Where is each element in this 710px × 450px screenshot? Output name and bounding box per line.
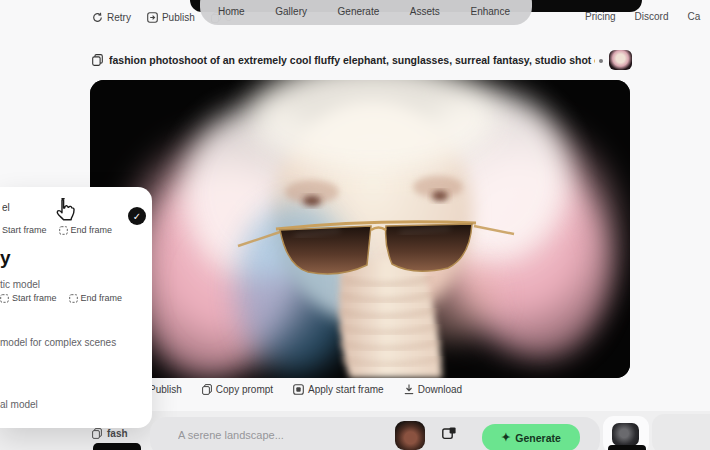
copy-icon[interactable] <box>92 54 103 66</box>
sparkle-icon: ✦ <box>501 431 510 444</box>
frame-icon <box>0 294 9 303</box>
prompt-input-bar: ✦ Generate <box>150 417 600 450</box>
bullet-dot <box>599 59 603 63</box>
frame-icon <box>59 226 68 235</box>
copy-prompt-button[interactable]: Copy prompt <box>202 384 273 395</box>
model-option-2-title[interactable]: y <box>0 247 11 269</box>
link-discord[interactable]: Discord <box>635 11 669 22</box>
top-right-links: Pricing Discord Ca <box>585 11 700 22</box>
right-media-card-top <box>608 445 646 450</box>
publish-icon <box>147 12 158 23</box>
next-media-card-top <box>93 443 141 450</box>
media-thumbnail[interactable] <box>612 423 639 446</box>
nav-generate[interactable]: Generate <box>338 6 380 17</box>
prompt-text: fashion photoshoot of an extremely cool … <box>109 54 595 66</box>
model-option-2-subtitle: tic model <box>0 279 40 290</box>
generate-button[interactable]: ✦ Generate <box>482 424 580 450</box>
end-frame-chip[interactable]: End frame <box>69 293 123 303</box>
copy-icon <box>202 384 212 395</box>
elephant-image <box>90 80 630 378</box>
publish-button[interactable]: Publish <box>147 12 195 23</box>
model-option-2-frames: Start frame End frame <box>0 293 122 303</box>
apply-start-frame-button[interactable]: Apply start frame <box>293 384 384 395</box>
prompt-row: fashion photoshoot of an extremely cool … <box>92 50 642 70</box>
selected-check-icon: ✓ <box>128 207 146 225</box>
media-actions-row: Publish Copy prompt Apply start frame Do… <box>134 384 462 395</box>
nav-home[interactable]: Home <box>218 6 245 17</box>
nav-enhance[interactable]: Enhance <box>470 6 509 17</box>
frames-icon[interactable] <box>442 427 456 440</box>
nav-gallery[interactable]: Gallery <box>275 6 307 17</box>
prompt-input[interactable] <box>178 425 378 445</box>
generated-video-frame[interactable] <box>90 80 630 378</box>
model-option-4-subtitle[interactable]: al model <box>0 399 38 410</box>
download-icon <box>404 384 414 395</box>
frame-icon <box>69 294 78 303</box>
end-frame-chip[interactable]: End frame <box>59 225 113 235</box>
copy-icon <box>92 428 102 439</box>
nav-assets[interactable]: Assets <box>410 6 440 17</box>
apply-frame-icon <box>293 384 304 395</box>
link-careers[interactable]: Ca <box>687 11 700 22</box>
model-option-1-label[interactable]: el <box>2 202 10 213</box>
retry-button[interactable]: Retry <box>92 12 131 23</box>
model-option-1-frames: Start frame End frame <box>2 225 112 235</box>
next-prompt-row: fash <box>92 428 128 439</box>
style-avatar[interactable] <box>395 421 425 450</box>
generation-thumbnail[interactable] <box>609 50 632 70</box>
link-pricing[interactable]: Pricing <box>585 11 616 22</box>
start-frame-chip[interactable]: Start frame <box>0 293 57 303</box>
model-option-3-subtitle[interactable]: model for complex scenes <box>0 337 116 348</box>
retry-icon <box>92 12 103 23</box>
model-select-menu: el ✓ Start frame End frame y tic model S… <box>0 187 152 428</box>
app-window: Home Gallery Generate Assets Enhance Pri… <box>0 0 710 450</box>
start-frame-chip[interactable]: Start frame <box>2 225 47 235</box>
download-button[interactable]: Download <box>404 384 462 395</box>
right-panel-fragment <box>652 414 710 450</box>
top-nav: Home Gallery Generate Assets Enhance <box>200 0 532 25</box>
